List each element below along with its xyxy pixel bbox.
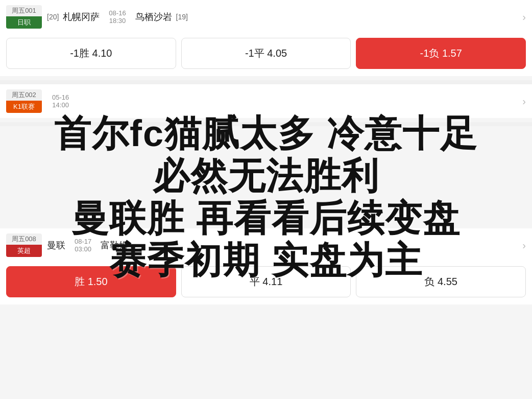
odds-btn-1-lose[interactable]: -1负 1.57 bbox=[356, 38, 526, 69]
match-header-1: 周五001 日职 [20] 札幌冈萨 08-16 18:30 鸟栖沙岩 [19]… bbox=[0, 0, 532, 34]
away-team-3: 富勒姆 bbox=[101, 239, 128, 251]
chevron-3: › bbox=[522, 240, 526, 251]
match-teams-3: 曼联 08-17 03:00 富勒姆 bbox=[47, 238, 517, 253]
match-card-3: 周五008 英超 曼联 08-17 03:00 富勒姆 › 胜 1.50 平 4… bbox=[0, 228, 532, 304]
match-card-1: 周五001 日职 [20] 札幌冈萨 08-16 18:30 鸟栖沙岩 [19]… bbox=[0, 0, 532, 76]
match-time-3: 08-17 03:00 bbox=[75, 238, 91, 253]
match-time-1: 08-16 18:30 bbox=[109, 9, 126, 25]
odds-btn-1-win[interactable]: -1胜 4.10 bbox=[6, 38, 176, 69]
match-id-3: 周五008 bbox=[6, 233, 42, 245]
match-time-2: 05-16 14:00 bbox=[52, 93, 69, 109]
home-rank-1: [20] bbox=[47, 13, 59, 21]
overlay-line-1: 首尔fc猫腻太多 冷意十足 bbox=[0, 112, 532, 155]
league-badge-2: K1联赛 bbox=[6, 101, 42, 113]
separator-1 bbox=[0, 80, 532, 84]
match-header-3: 周五008 英超 曼联 08-17 03:00 富勒姆 › bbox=[0, 228, 532, 262]
chevron-2: › bbox=[522, 96, 526, 107]
league-badge-1: 日职 bbox=[6, 16, 42, 29]
odds-row-3: 胜 1.50 平 4.11 负 4.55 bbox=[0, 262, 532, 304]
odds-row-1: -1胜 4.10 -1平 4.05 -1负 1.57 bbox=[0, 34, 532, 76]
match-teams-2: 05-16 14:00 bbox=[47, 93, 517, 109]
league-badge-3: 英超 bbox=[6, 245, 42, 257]
match-header-2: 周五002 K1联赛 05-16 14:00 › bbox=[0, 84, 532, 118]
away-team-1: 鸟栖沙岩 bbox=[135, 11, 172, 23]
away-rank-1: [19] bbox=[176, 13, 188, 21]
odds-btn-3-lose[interactable]: 负 4.55 bbox=[356, 266, 526, 297]
odds-btn-3-draw[interactable]: 平 4.11 bbox=[181, 266, 351, 297]
separator-2 bbox=[0, 122, 532, 126]
match-card-2: 周五002 K1联赛 05-16 14:00 › bbox=[0, 84, 532, 118]
home-team-3: 曼联 bbox=[47, 239, 65, 251]
odds-btn-1-draw[interactable]: -1平 4.05 bbox=[181, 38, 351, 69]
home-team-1: 札幌冈萨 bbox=[63, 11, 100, 23]
match-id-1: 周五001 bbox=[6, 5, 42, 16]
overlay-line-2: 必然无法胜利 bbox=[0, 155, 532, 197]
match-id-2: 周五002 bbox=[6, 89, 42, 101]
match-id-block-1: 周五001 日职 bbox=[6, 5, 42, 29]
match-id-block-2: 周五002 K1联赛 bbox=[6, 89, 42, 113]
match-teams-1: [20] 札幌冈萨 08-16 18:30 鸟栖沙岩 [19] bbox=[47, 9, 517, 25]
chevron-1: › bbox=[522, 11, 526, 23]
odds-btn-3-win[interactable]: 胜 1.50 bbox=[6, 266, 176, 297]
match-id-block-3: 周五008 英超 bbox=[6, 233, 42, 257]
